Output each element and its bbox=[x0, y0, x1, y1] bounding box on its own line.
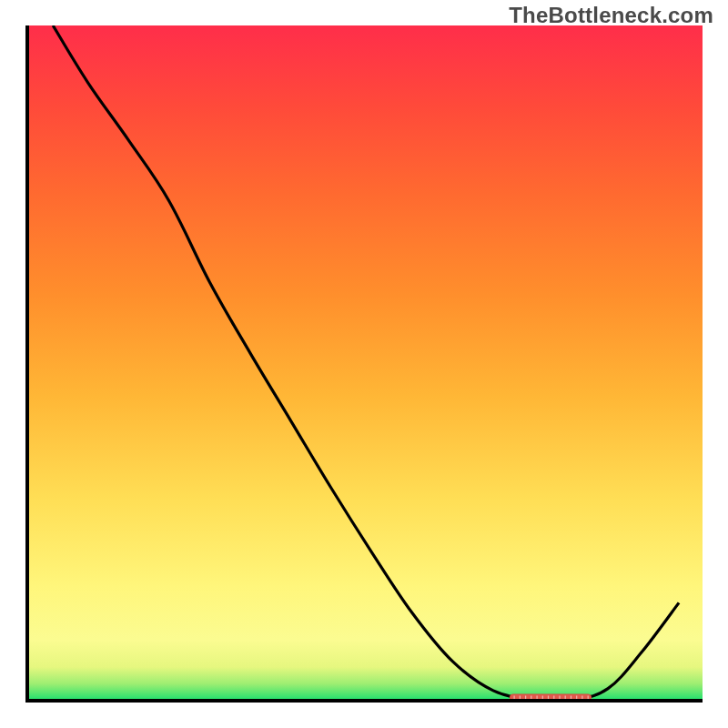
gradient-background bbox=[27, 25, 703, 701]
chart-container: TheBottleneck.com bbox=[0, 0, 728, 728]
bottleneck-chart bbox=[0, 0, 728, 728]
